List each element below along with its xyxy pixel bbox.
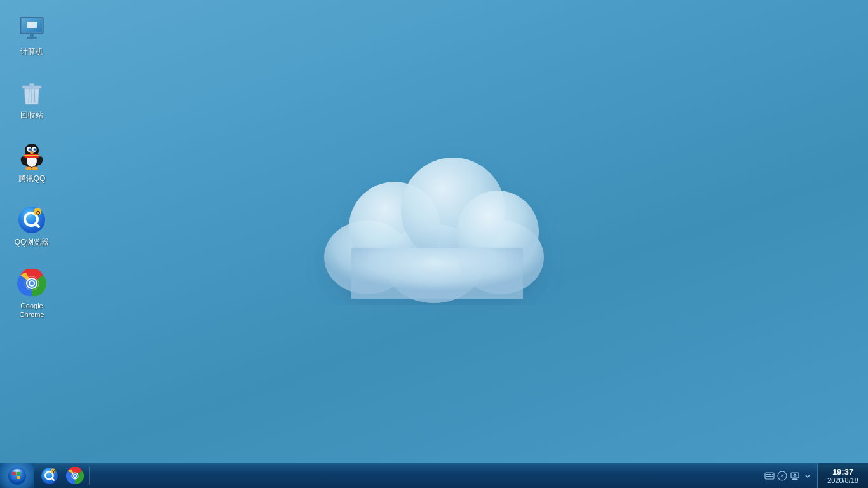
svg-point-42 [30,281,34,285]
svg-rect-66 [771,476,773,477]
svg-rect-47 [17,472,20,475]
svg-rect-71 [792,478,798,480]
svg-rect-17 [29,83,34,86]
tray-help-icon[interactable]: ? [776,470,788,482]
svg-rect-62 [770,474,771,475]
clock-area[interactable]: 19:37 2020/8/18 [817,463,868,489]
svg-rect-48 [12,476,16,479]
qq-icon [17,141,47,172]
recycle-bin-label: 回收站 [20,111,43,121]
desktop: 计算机 回收站 [0,0,868,463]
desktop-icon-qqbrowser[interactable]: Q QQ浏览器 [6,202,57,250]
svg-rect-65 [768,476,771,477]
start-button[interactable] [0,463,34,489]
svg-rect-10 [27,22,37,28]
svg-text:?: ? [781,473,784,479]
svg-rect-49 [17,476,20,479]
tray-keyboard-icon[interactable] [764,470,775,482]
clock-time: 19:37 [832,467,853,477]
tray-network-icon[interactable] [789,470,801,482]
taskbar-qqbrowser[interactable]: Q [37,464,62,488]
taskbar-divider [89,467,90,485]
taskbar-chrome[interactable] [62,464,88,488]
svg-point-30 [25,167,32,170]
svg-rect-70 [793,478,797,479]
svg-point-58 [74,475,76,477]
desktop-icon-chrome[interactable]: GoogleChrome [6,266,57,322]
system-tray: ? 19:37 20 [760,463,868,489]
qqbrowser-label: QQ浏览器 [15,238,50,248]
svg-rect-6 [351,248,523,299]
chrome-icon [17,268,47,299]
svg-point-25 [29,149,31,150]
tray-icons: ? [760,464,817,488]
svg-rect-63 [772,474,773,475]
qq-label: 腾讯QQ [18,174,46,184]
tray-expand-button[interactable] [802,464,813,488]
svg-point-26 [34,149,36,150]
svg-point-31 [32,167,38,170]
recycle-bin-icon [17,78,47,108]
desktop-icon-computer[interactable]: 计算机 [6,11,57,60]
svg-point-27 [30,151,34,154]
svg-rect-64 [766,476,768,477]
svg-text:Q: Q [52,470,55,473]
cloud-wallpaper [301,133,567,311]
svg-rect-29 [24,155,39,156]
chrome-icon-label: GoogleChrome [19,301,44,320]
clock-date: 2020/8/18 [827,477,858,484]
desktop-icon-qq[interactable]: 腾讯QQ [6,139,57,187]
computer-icon-label: 计算机 [20,47,43,57]
svg-rect-60 [766,474,768,475]
svg-text:Q: Q [36,210,40,215]
taskbar: Q [0,463,868,488]
qqbrowser-icon: Q [17,205,47,235]
svg-rect-46 [12,472,16,475]
desktop-icon-recycle[interactable]: 回收站 [6,75,57,123]
svg-rect-61 [768,474,770,475]
svg-rect-12 [27,37,37,39]
computer-icon [17,14,47,44]
